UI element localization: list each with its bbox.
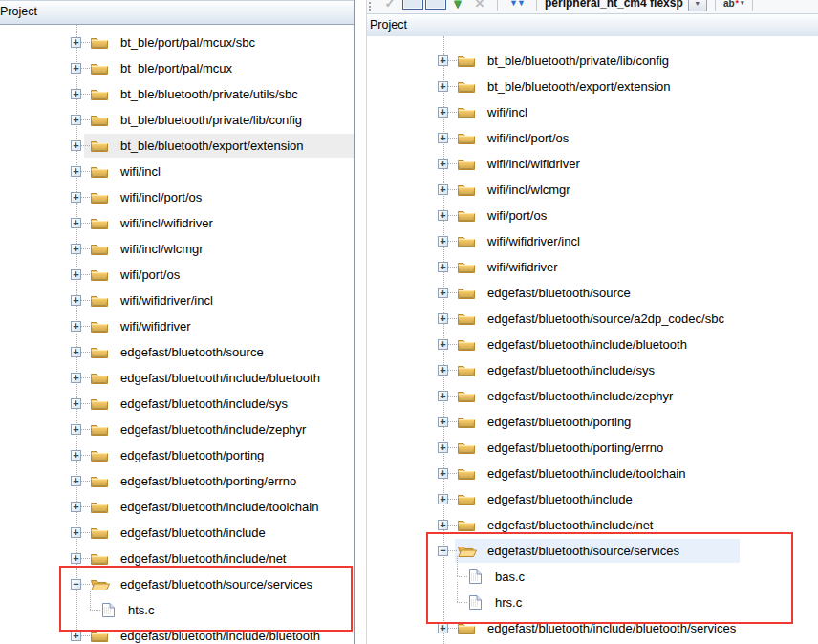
expand-plus-icon[interactable]: +	[71, 295, 81, 306]
tree-item[interactable]: +edgefast/bluetooth/include/toolchain	[367, 461, 818, 486]
tree-item[interactable]: hts.c	[0, 597, 354, 623]
expand-plus-icon[interactable]: +	[438, 262, 448, 272]
expand-plus-icon[interactable]: +	[71, 218, 81, 228]
panel-grip-icon[interactable]	[369, 0, 378, 11]
expand-plus-icon[interactable]: +	[71, 424, 81, 435]
expand-plus-icon[interactable]: +	[438, 339, 448, 350]
tree-item[interactable]: +edgefast/bluetooth/porting/errno	[367, 435, 818, 461]
tree-item[interactable]: +edgefast/bluetooth/porting	[367, 409, 818, 435]
expand-plus-icon[interactable]: +	[71, 553, 81, 564]
tree-item[interactable]: +edgefast/bluetooth/porting	[0, 442, 354, 468]
expand-plus-icon[interactable]: +	[438, 494, 448, 504]
expand-plus-icon[interactable]: +	[71, 269, 81, 280]
expand-plus-icon[interactable]: +	[71, 89, 81, 99]
expand-plus-icon[interactable]: +	[71, 476, 81, 486]
text-search-icon[interactable]: ab*▾	[721, 0, 746, 13]
expand-plus-icon[interactable]: +	[71, 244, 81, 254]
collapse-minus-icon[interactable]: −	[438, 546, 448, 556]
expand-plus-icon[interactable]: +	[438, 313, 448, 324]
tree-item[interactable]: hrs.c	[367, 590, 818, 615]
tree-item[interactable]: +bt_ble/bluetooth/private/utils/sbc	[0, 81, 354, 107]
tree-item[interactable]: +edgefast/bluetooth/include/bluetooth/se…	[367, 615, 818, 641]
tree-item[interactable]: bas.c	[367, 564, 818, 590]
tree-item[interactable]: +wifi/wifidriver/incl	[0, 288, 354, 313]
tree-item[interactable]: +wifi/incl/wifidriver	[367, 151, 818, 177]
tree-item[interactable]: +edgefast/bluetooth/porting/errno	[0, 468, 354, 494]
tree-item[interactable]: +edgefast/bluetooth/include	[367, 486, 818, 512]
tree-item[interactable]: +wifi/wifidriver/incl	[367, 228, 818, 254]
expand-plus-icon[interactable]: +	[71, 192, 81, 203]
tree-item[interactable]: +wifi/incl/wifidriver	[0, 210, 354, 236]
tree-item[interactable]: +edgefast/bluetooth/include	[0, 520, 354, 546]
tree-item[interactable]: +edgefast/bluetooth/include/net	[367, 512, 818, 538]
collapse-minus-icon[interactable]: −	[71, 579, 81, 590]
tree-item[interactable]: +edgefast/bluetooth/source	[367, 280, 818, 306]
tree-item[interactable]: +edgefast/bluetooth/source	[0, 339, 354, 365]
expand-plus-icon[interactable]: +	[438, 468, 448, 479]
expand-plus-icon[interactable]: +	[71, 347, 81, 357]
tree-item[interactable]: +wifi/port/os	[0, 262, 354, 288]
expand-plus-icon[interactable]: +	[71, 140, 81, 151]
tree-item[interactable]: +bt_ble/bluetooth/export/extension	[367, 74, 818, 99]
tree-item[interactable]: +bt_ble/port/pal/mcux	[0, 55, 354, 81]
tree-item[interactable]: +edgefast/bluetooth/include/bluetooth	[367, 332, 818, 357]
tree-item[interactable]: +bt_ble/bluetooth/private/lib/config	[367, 48, 818, 74]
expand-plus-icon[interactable]: +	[71, 398, 81, 409]
tree-item[interactable]: +edgefast/bluetooth/include/zephyr	[367, 383, 818, 409]
expand-plus-icon[interactable]: +	[438, 442, 448, 453]
expand-plus-icon[interactable]: +	[438, 55, 448, 66]
tree-item[interactable]: +edgefast/bluetooth/include/net	[0, 546, 354, 571]
expand-plus-icon[interactable]: +	[71, 527, 81, 538]
expand-plus-icon[interactable]: +	[71, 502, 81, 512]
expand-plus-icon[interactable]: +	[71, 450, 81, 461]
expand-plus-icon[interactable]: +	[438, 520, 448, 530]
close-icon[interactable]: ✕	[468, 0, 491, 13]
tree-item[interactable]: +bt_ble/bluetooth/export/extension	[0, 133, 354, 159]
tree-item[interactable]: +edgefast/bluetooth/source/a2dp_codec/sb…	[367, 306, 818, 332]
tree-item[interactable]: +edgefast/bluetooth/include/sys	[367, 357, 818, 383]
memory-icon[interactable]	[401, 0, 424, 13]
tree-item[interactable]: +wifi/incl	[0, 159, 354, 184]
tree-item[interactable]: −edgefast/bluetooth/source/services	[367, 538, 818, 564]
tree-item[interactable]: +wifi/wifidriver	[0, 313, 354, 339]
expand-plus-icon[interactable]: +	[71, 321, 81, 332]
expand-plus-icon[interactable]: +	[71, 37, 81, 48]
combo-dropdown-button[interactable]: ▼	[688, 0, 707, 11]
hand-icon[interactable]: ✓	[378, 0, 401, 13]
expand-plus-icon[interactable]: +	[438, 288, 448, 298]
tree-item[interactable]: +bt_ble/port/pal/mcux/sbc	[0, 30, 354, 55]
expand-plus-icon[interactable]: +	[71, 63, 81, 74]
expand-plus-icon[interactable]: +	[71, 166, 81, 177]
tree-item[interactable]: −edgefast/bluetooth/source/services	[0, 571, 354, 597]
tree-item[interactable]: +wifi/wifidriver	[367, 254, 818, 280]
tree-item[interactable]: +edgefast/bluetooth/include/toolchain	[0, 494, 354, 520]
expand-plus-icon[interactable]: +	[438, 159, 448, 169]
tree-item[interactable]: +edgefast/bluetooth/include/bluetooth	[0, 623, 354, 644]
tree-item[interactable]: +wifi/incl	[367, 99, 818, 125]
expand-all-icon[interactable]: ▼▼	[504, 0, 530, 13]
download-icon[interactable]: ▼	[447, 0, 468, 13]
expand-plus-icon[interactable]: +	[71, 115, 81, 125]
expand-plus-icon[interactable]: +	[438, 133, 448, 143]
tree-item[interactable]: +bt_ble/bluetooth/private/lib/config	[0, 107, 354, 133]
expand-plus-icon[interactable]: +	[438, 81, 448, 92]
expand-plus-icon[interactable]: +	[438, 184, 448, 195]
build-config-selector[interactable]: peripheral_ht_cm4 flexsp▼	[545, 0, 707, 13]
tree-item[interactable]: +wifi/incl/port/os	[367, 125, 818, 151]
expand-plus-icon[interactable]: +	[438, 417, 448, 427]
tree-item[interactable]: +edgefast/bluetooth/include/zephyr	[0, 417, 354, 442]
tree-item[interactable]: +edgefast/bluetooth/include/sys	[0, 391, 354, 417]
memory-icon-2[interactable]	[424, 0, 447, 13]
tree-item[interactable]: +wifi/incl/wlcmgr	[0, 236, 354, 262]
tree-item[interactable]: +wifi/port/os	[367, 203, 818, 228]
tree-item[interactable]: +edgefast/bluetooth/include/bluetooth	[0, 365, 354, 391]
expand-plus-icon[interactable]: +	[438, 365, 448, 376]
expand-plus-icon[interactable]: +	[71, 631, 81, 641]
tree-item[interactable]: +wifi/incl/wlcmgr	[367, 177, 818, 203]
expand-plus-icon[interactable]: +	[438, 210, 448, 221]
expand-plus-icon[interactable]: +	[438, 391, 448, 401]
expand-plus-icon[interactable]: +	[438, 107, 448, 118]
expand-plus-icon[interactable]: +	[71, 373, 81, 383]
tree-item[interactable]: +wifi/incl/port/os	[0, 184, 354, 210]
expand-plus-icon[interactable]: +	[438, 623, 448, 633]
